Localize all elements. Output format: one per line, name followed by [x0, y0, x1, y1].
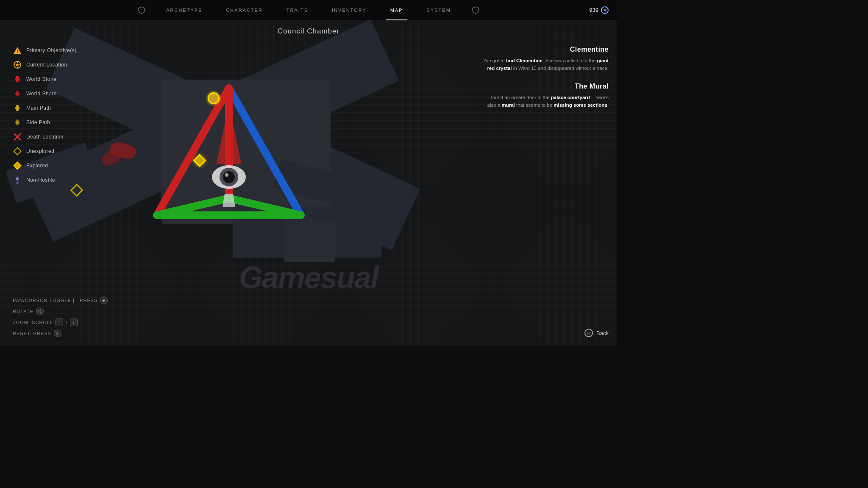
world-stone-icon — [13, 75, 22, 84]
marker-unexplored — [72, 186, 81, 195]
svg-marker-3 — [216, 105, 242, 164]
explored-diamond — [193, 154, 206, 167]
legend-primary-objective: ! Primary Objective(s) — [13, 46, 77, 55]
right-shield-icon — [471, 6, 480, 14]
currency-display: 939 ◉ — [589, 6, 609, 14]
legend: ! Primary Objective(s) Current Location — [13, 46, 77, 185]
legend-world-shard: World Shard — [13, 89, 77, 98]
non-hostile-icon — [13, 175, 22, 185]
info-mural-body: I found an ornate door in the palace cou… — [481, 94, 609, 109]
pan-button: ◉ — [100, 297, 108, 304]
map-area: Council Chamber — [0, 20, 617, 346]
warning-icon: ! — [13, 46, 22, 55]
svg-marker-1 — [157, 88, 229, 215]
svg-point-7 — [225, 173, 228, 177]
nav-archetype[interactable]: ARCHETYPE — [154, 0, 214, 20]
control-zoom: ZOOM: SCROLL ↑ / ↓ — [13, 319, 108, 326]
back-circle-icon: ◎ — [584, 329, 593, 337]
legend-side-path: Side Path — [13, 118, 77, 127]
svg-marker-0 — [229, 88, 301, 215]
svg-point-6 — [223, 171, 235, 183]
svg-rect-18 — [15, 78, 20, 80]
map-triangle-symbol — [144, 80, 314, 241]
legend-world-stone: World Stone — [13, 75, 77, 84]
rotate-button: R — [36, 308, 44, 315]
marker-explored-center — [195, 156, 204, 165]
legend-current-location: Current Location — [13, 60, 77, 69]
world-shard-icon — [13, 89, 22, 98]
explored-icon — [13, 161, 22, 170]
info-panel: Clementine I've got to find Clementine. … — [481, 46, 609, 119]
svg-rect-20 — [15, 93, 20, 95]
info-mural-title: The Mural — [481, 83, 609, 90]
coin-marker — [208, 92, 220, 104]
svg-rect-22 — [15, 107, 19, 109]
info-the-mural: The Mural I found an ornate door in the … — [481, 83, 609, 109]
zoom-down-button: ↓ — [70, 319, 78, 326]
legend-main-path: Main Path — [13, 103, 77, 113]
nav-inventory[interactable]: INVENTORY — [320, 0, 378, 20]
current-location-icon — [13, 60, 22, 69]
legend-death-location: Death Location — [13, 132, 77, 141]
unexplored-diamond — [70, 183, 83, 197]
control-reset: RESET: PRESS ⊙ — [13, 330, 108, 337]
info-clementine: Clementine I've got to find Clementine. … — [481, 46, 609, 72]
currency-icon: ◉ — [601, 6, 609, 14]
reset-button: ⊙ — [54, 330, 61, 337]
main-path-icon — [13, 103, 22, 113]
svg-rect-24 — [15, 121, 19, 124]
marker-coin — [208, 92, 220, 104]
svg-text:!: ! — [17, 49, 18, 54]
side-path-icon — [13, 118, 22, 127]
nav-traits[interactable]: TRAITS — [275, 0, 320, 20]
zoom-up-button: ↑ — [56, 319, 63, 326]
control-pan: PAN/CURSOR TOGGLE | : PRESS ◉ — [13, 297, 108, 304]
unexplored-icon — [13, 147, 22, 156]
nav-character[interactable]: CHARACTER — [214, 0, 274, 20]
controls-panel: PAN/CURSOR TOGGLE | : PRESS ◉ ROTATE R Z… — [13, 297, 108, 337]
svg-marker-8 — [223, 194, 235, 207]
svg-point-12 — [16, 64, 19, 66]
left-shield-icon — [137, 6, 146, 14]
svg-point-29 — [16, 177, 19, 180]
control-rotate: ROTATE R — [13, 308, 108, 315]
back-button[interactable]: ◎ Back — [584, 329, 609, 337]
top-navigation: ARCHETYPE CHARACTER TRAITS INVENTORY MAP… — [0, 0, 617, 20]
svg-rect-27 — [14, 148, 21, 155]
info-clementine-title: Clementine — [481, 46, 609, 53]
legend-unexplored: Unexplored — [13, 147, 77, 156]
nav-system[interactable]: SYSTEM — [415, 0, 463, 20]
svg-rect-28 — [14, 162, 21, 169]
info-clementine-body: I've got to find Clementine. She was pul… — [481, 57, 609, 72]
nav-map[interactable]: MAP — [378, 0, 415, 20]
legend-non-hostile: Non-Hostile — [13, 175, 77, 185]
legend-explored: Explored — [13, 161, 77, 170]
death-icon — [13, 132, 22, 141]
location-name: Council Chamber — [278, 27, 339, 36]
